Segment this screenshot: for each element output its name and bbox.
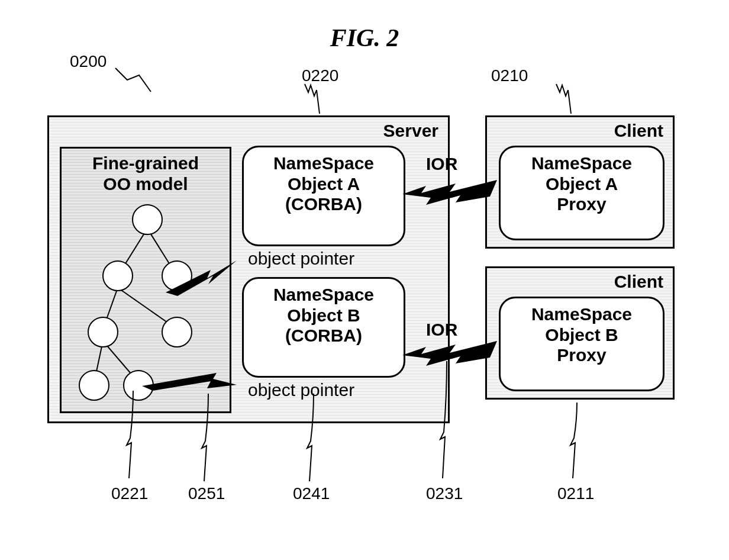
leader-0241 [307,394,314,481]
object-pointer-a [166,260,237,296]
ref-0220: 0220 [302,66,338,85]
leader-0220 [305,84,320,114]
ref-0251: 0251 [188,484,225,503]
leader-0210 [556,84,571,114]
ref-0231: 0231 [426,484,463,503]
ior-arrow-a [402,180,497,205]
object-pointer-b [142,373,237,391]
ref-0210: 0210 [491,66,528,85]
connectors-layer [0,0,729,560]
ior-arrow-b [402,341,497,366]
leader-0251 [202,394,208,481]
diagram-stage: FIG. 2 Server Fine-grained OO model [0,0,729,560]
ref-0241: 0241 [293,484,330,503]
leader-0211 [570,403,577,478]
ref-0200: 0200 [70,52,107,71]
ref-0211: 0211 [557,484,594,503]
ref-0221: 0221 [111,484,148,503]
leader-0221 [127,391,133,478]
leader-0200 [115,68,151,92]
leader-0231 [440,361,447,478]
